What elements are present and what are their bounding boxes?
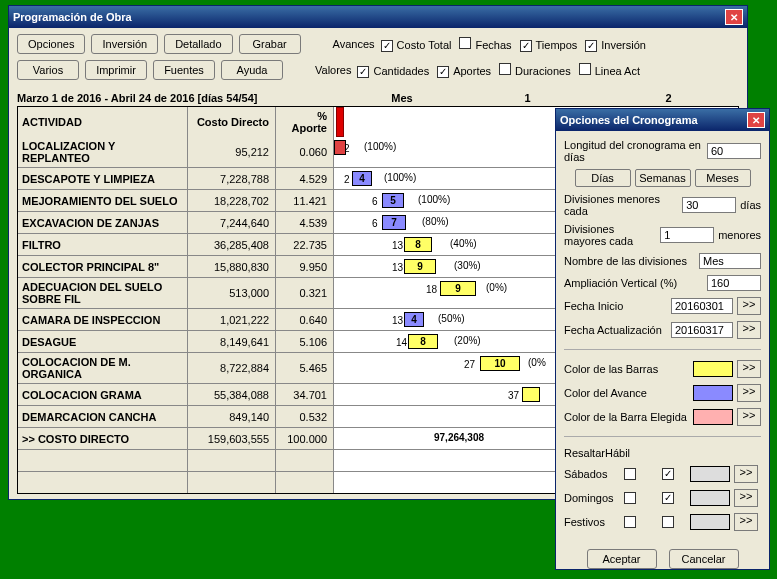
semanas-button[interactable]: Semanas [635,169,691,187]
meses-button[interactable]: Meses [695,169,751,187]
inversion-button[interactable]: Inversión [91,34,158,54]
aporte-cell [276,450,334,471]
close-icon[interactable]: ✕ [725,9,743,25]
gantt-bar[interactable] [334,140,346,155]
costo-cell: 15,880,830 [188,256,276,277]
aporte-cell: 4.529 [276,168,334,189]
bar-percent: (100%) [418,194,450,205]
gantt-bar[interactable]: 8 [408,334,438,349]
sabados-habil-checkbox[interactable] [662,468,674,480]
aporte-cell: 4.539 [276,212,334,233]
gantt-bar[interactable]: 4 [404,312,424,327]
costo-cell: 55,384,088 [188,384,276,405]
costo-cell: 7,228,788 [188,168,276,189]
actividad-cell: COLOCACION GRAMA [18,384,188,405]
dias-button[interactable]: Días [575,169,631,187]
checkbox-cantidades[interactable] [357,66,369,78]
longitud-label: Longitud del cronograma en días [564,139,703,163]
checkbox-tiempos[interactable] [520,40,532,52]
longitud-input[interactable] [707,143,761,159]
opciones-button[interactable]: Opciones [17,34,85,54]
window-title: Programación de Obra [13,11,132,23]
aporte-cell: 0.532 [276,406,334,427]
actividad-cell [18,450,188,471]
dialog-titlebar: Opciones del Cronograma ✕ [556,109,769,131]
aporte-cell: 5.106 [276,331,334,352]
bar-percent: (20%) [454,335,481,346]
bar-start-label: 6 [372,218,378,229]
aporte-cell: 22.735 [276,234,334,255]
costo-cell: 8,722,884 [188,353,276,383]
checkbox-aportes[interactable] [437,66,449,78]
checkbox-label: Duraciones [515,65,571,77]
grabar-button[interactable]: Grabar [239,34,301,54]
gantt-bar[interactable]: 5 [382,193,404,208]
aporte-cell: 9.950 [276,256,334,277]
checkbox-fechas[interactable] [459,37,471,49]
ayuda-button[interactable]: Ayuda [221,60,283,80]
gantt-bar[interactable]: 4 [352,171,372,186]
color-elegida-picker[interactable]: >> [737,408,761,426]
festivos-resaltar-checkbox[interactable] [624,516,636,528]
gantt-bar[interactable]: 7 [382,215,406,230]
nombre-div-label: Nombre de las divisiones [564,255,695,267]
color-barras-picker[interactable]: >> [737,360,761,378]
fecha-act-input[interactable] [671,322,733,338]
domingos-color-picker[interactable]: >> [734,489,758,507]
actividad-cell [18,472,188,493]
options-dialog: Opciones del Cronograma ✕ Longitud del c… [555,108,770,570]
detallado-button[interactable]: Detallado [164,34,232,54]
actividad-cell: EXCAVACION DE ZANJAS [18,212,188,233]
aporte-cell: 5.465 [276,353,334,383]
fecha-inicio-label: Fecha Inicio [564,300,667,312]
gantt-bar[interactable] [522,387,540,402]
fecha-act-picker[interactable]: >> [737,321,761,339]
bar-percent: (0%) [486,282,507,293]
bar-start-label: 6 [372,196,378,207]
div-menores-input[interactable] [682,197,736,213]
avances-label: Avances [333,38,375,50]
fecha-act-label: Fecha Actualización [564,324,667,336]
aporte-cell: 11.421 [276,190,334,211]
checkbox-label: Costo Total [397,39,452,51]
actividad-cell: ADECUACION DEL SUELO SOBRE FIL [18,278,188,308]
checkbox-label: Linea Act [595,65,640,77]
gantt-bar[interactable]: 9 [440,281,476,296]
sabados-color-picker[interactable]: >> [734,465,758,483]
sabados-resaltar-checkbox[interactable] [624,468,636,480]
bar-start-label: 13 [392,240,403,251]
costo-cell: 513,000 [188,278,276,308]
fecha-inicio-picker[interactable]: >> [737,297,761,315]
checkbox-costo-total[interactable] [381,40,393,52]
bar-start-label: 14 [396,337,407,348]
gantt-bar[interactable]: 8 [404,237,432,252]
checkbox-inversión[interactable] [585,40,597,52]
festivos-habil-checkbox[interactable] [662,516,674,528]
fecha-inicio-input[interactable] [671,298,733,314]
dialog-close-icon[interactable]: ✕ [747,112,765,128]
habil-header: Hábil [605,447,630,459]
checkbox-linea-act[interactable] [579,63,591,75]
amp-label: Ampliación Vertical (%) [564,277,703,289]
varios-button[interactable]: Varios [17,60,79,80]
div-mayores-input[interactable] [660,227,714,243]
nombre-div-input[interactable] [699,253,761,269]
cancelar-button[interactable]: Cancelar [669,549,739,569]
gantt-bar[interactable]: 9 [404,259,436,274]
color-elegida-label: Color de la Barra Elegida [564,411,689,423]
festivos-color-picker[interactable]: >> [734,513,758,531]
imprimir-button[interactable]: Imprimir [85,60,147,80]
bar-percent: (100%) [364,141,396,152]
aceptar-button[interactable]: Aceptar [587,549,657,569]
amp-input[interactable] [707,275,761,291]
domingos-swatch [690,490,730,506]
domingos-resaltar-checkbox[interactable] [624,492,636,504]
costo-cell: 95,212 [188,137,276,167]
fuentes-button[interactable]: Fuentes [153,60,215,80]
actividad-cell: COLOCACION DE M. ORGANICA [18,353,188,383]
mes-label: Mes [347,92,457,104]
gantt-bar[interactable]: 10 [480,356,520,371]
domingos-habil-checkbox[interactable] [662,492,674,504]
color-avance-picker[interactable]: >> [737,384,761,402]
checkbox-duraciones[interactable] [499,63,511,75]
